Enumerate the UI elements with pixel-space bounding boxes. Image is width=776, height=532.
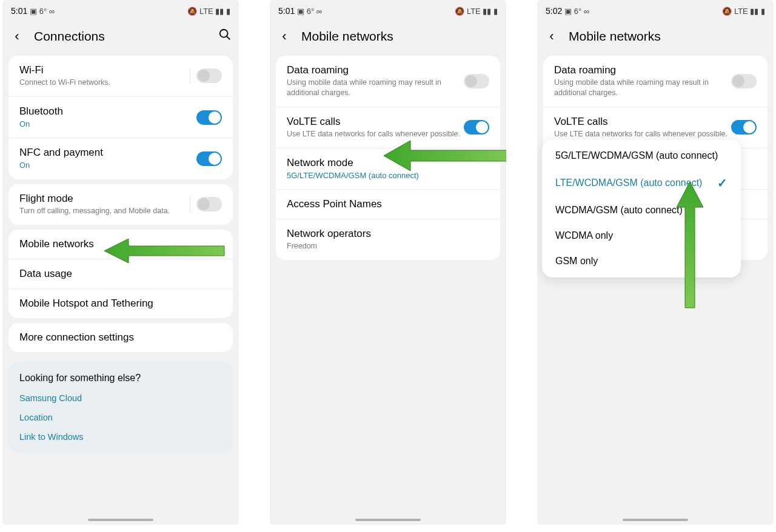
network-mode-option[interactable]: WCDMA only — [542, 223, 741, 248]
divider — [190, 68, 190, 84]
row-title: Network operators — [287, 228, 489, 240]
option-label: WCDMA/GSM (auto connect) — [555, 205, 683, 216]
row-subtitle: Using mobile data while roaming may resu… — [554, 78, 731, 98]
status-bar: 5:01 ▣ 6° ∞ 🔕 LTE ▮▮ ▮ — [2, 0, 239, 22]
svg-point-0 — [220, 30, 228, 38]
network-mode-option[interactable]: 5G/LTE/WCDMA/GSM (auto connect) — [542, 143, 741, 168]
row-title: Wi-Fi — [19, 64, 190, 76]
row-title: Mobile Hotspot and Tethering — [19, 298, 222, 310]
row-title: Network mode — [287, 157, 489, 169]
check-icon: ✓ — [717, 176, 728, 190]
settings-row[interactable]: Wi-FiConnect to Wi-Fi networks. — [8, 56, 233, 96]
toggle-switch[interactable] — [464, 74, 489, 88]
search-icon[interactable] — [218, 28, 232, 45]
option-label: WCDMA only — [555, 230, 613, 241]
toggle-switch[interactable] — [196, 110, 222, 125]
header: ‹ Mobile networks — [537, 22, 774, 51]
row-subtitle: 5G/LTE/WCDMA/GSM (auto connect) — [287, 170, 489, 181]
network-mode-option[interactable]: LTE/WCDMA/GSM (auto connect)✓ — [542, 168, 741, 198]
page-title: Connections — [34, 29, 105, 44]
row-subtitle: Turn off calling, messaging, and Mobile … — [19, 206, 190, 216]
settings-row[interactable]: Data roamingUsing mobile data while roam… — [276, 56, 500, 107]
suggestions-heading: Looking for something else? — [8, 362, 233, 388]
row-subtitle: Use LTE data networks for calls whenever… — [554, 129, 731, 139]
status-right-icons: 🔕 LTE ▮▮ ▮ — [455, 7, 498, 16]
row-title: Data roaming — [287, 64, 464, 76]
status-time: 5:02 — [546, 6, 562, 16]
suggest-link-samsung-cloud[interactable]: Samsung Cloud — [8, 388, 233, 408]
nav-pill[interactable] — [88, 519, 153, 521]
nav-pill[interactable] — [623, 519, 688, 521]
settings-row[interactable]: Mobile networks — [8, 230, 233, 259]
settings-row[interactable]: More connection settings — [8, 323, 233, 352]
row-title: Access Point Names — [287, 198, 489, 210]
option-label: LTE/WCDMA/GSM (auto connect) — [555, 178, 702, 188]
suggest-link-link-to-windows[interactable]: Link to Windows — [8, 427, 233, 453]
row-title: VoLTE calls — [287, 116, 464, 128]
network-mode-option[interactable]: GSM only — [542, 248, 741, 274]
settings-card: More connection settings — [8, 323, 233, 352]
settings-row[interactable]: Data usage — [8, 259, 233, 288]
page-title: Mobile networks — [569, 29, 661, 44]
settings-row[interactable]: VoLTE callsUse LTE data networks for cal… — [276, 107, 500, 148]
settings-card: Wi-FiConnect to Wi-Fi networks.Bluetooth… — [8, 56, 233, 179]
row-title: NFC and payment — [19, 147, 196, 159]
back-icon[interactable]: ‹ — [10, 28, 24, 44]
header: ‹ Connections — [2, 22, 239, 51]
row-subtitle: Connect to Wi-Fi networks. — [19, 78, 190, 88]
status-left: 5:01 ▣ 6° ∞ — [11, 6, 55, 16]
svg-line-1 — [227, 36, 230, 40]
status-time: 5:01 — [278, 6, 295, 16]
toggle-switch[interactable] — [196, 151, 222, 166]
row-title: VoLTE calls — [554, 116, 731, 128]
settings-row[interactable]: Mobile Hotspot and Tethering — [8, 288, 233, 318]
option-label: 5G/LTE/WCDMA/GSM (auto connect) — [555, 150, 718, 161]
status-bar: 5:02 ▣ 6° ∞ 🔕 LTE ▮▮ ▮ — [537, 0, 774, 22]
suggest-link-location[interactable]: Location — [8, 408, 233, 427]
settings-row[interactable]: BluetoothOn — [8, 96, 233, 138]
header: ‹ Mobile networks — [270, 22, 506, 51]
row-title: Flight mode — [19, 193, 190, 205]
option-label: GSM only — [555, 256, 598, 267]
row-title: More connection settings — [19, 331, 222, 344]
row-subtitle: On — [19, 119, 196, 130]
row-subtitle: Using mobile data while roaming may resu… — [287, 78, 464, 98]
row-title: Mobile networks — [19, 238, 222, 250]
network-mode-popup: 5G/LTE/WCDMA/GSM (auto connect)LTE/WCDMA… — [542, 139, 741, 278]
settings-row[interactable]: Network mode5G/LTE/WCDMA/GSM (auto conne… — [276, 148, 500, 190]
settings-row[interactable]: Access Point Names — [276, 189, 500, 219]
page-title: Mobile networks — [301, 29, 393, 44]
network-mode-option[interactable]: WCDMA/GSM (auto connect) — [542, 198, 741, 223]
back-icon[interactable]: ‹ — [544, 28, 559, 44]
settings-row[interactable]: Network operatorsFreedom — [276, 219, 500, 260]
row-subtitle: Use LTE data networks for calls whenever… — [287, 129, 464, 139]
settings-row[interactable]: Flight modeTurn off calling, messaging, … — [8, 184, 233, 225]
status-right-icons: 🔕 LTE ▮▮ ▮ — [187, 7, 230, 16]
suggestions-card: Looking for something else? Samsung Clou… — [8, 362, 233, 453]
toggle-switch[interactable] — [196, 197, 222, 211]
row-title: Data roaming — [554, 64, 731, 76]
status-left: 5:02 ▣ 6° ∞ — [546, 6, 589, 16]
toggle-switch[interactable] — [196, 68, 222, 83]
settings-row[interactable]: Data roamingUsing mobile data while roam… — [543, 56, 768, 107]
nav-pill[interactable] — [355, 519, 421, 521]
settings-card: Mobile networksData usageMobile Hotspot … — [8, 230, 233, 318]
row-subtitle: Freedom — [287, 241, 489, 251]
settings-row[interactable]: NFC and paymentOn — [8, 138, 233, 179]
status-right-icons: 🔕 LTE ▮▮ ▮ — [722, 7, 765, 16]
status-time: 5:01 — [11, 6, 27, 16]
toggle-switch[interactable] — [464, 120, 489, 135]
row-title: Bluetooth — [19, 105, 196, 118]
settings-card: Data roamingUsing mobile data while roam… — [276, 56, 500, 260]
row-title: Data usage — [19, 268, 222, 280]
status-left-icons: ▣ 6° ∞ — [30, 7, 55, 16]
phone-screen-network-mode-popup: 5:02 ▣ 6° ∞ 🔕 LTE ▮▮ ▮ ‹ Mobile networks… — [537, 0, 774, 525]
phone-screen-connections: 5:01 ▣ 6° ∞ 🔕 LTE ▮▮ ▮ ‹ Connections Wi-… — [2, 0, 239, 525]
status-left-icons: ▣ 6° ∞ — [564, 7, 589, 16]
toggle-switch[interactable] — [731, 74, 757, 88]
back-icon[interactable]: ‹ — [277, 28, 292, 44]
status-left: 5:01 ▣ 6° ∞ — [278, 6, 322, 16]
status-bar: 5:01 ▣ 6° ∞ 🔕 LTE ▮▮ ▮ — [270, 0, 506, 22]
toggle-switch[interactable] — [731, 120, 757, 135]
status-left-icons: ▣ 6° ∞ — [297, 7, 322, 16]
